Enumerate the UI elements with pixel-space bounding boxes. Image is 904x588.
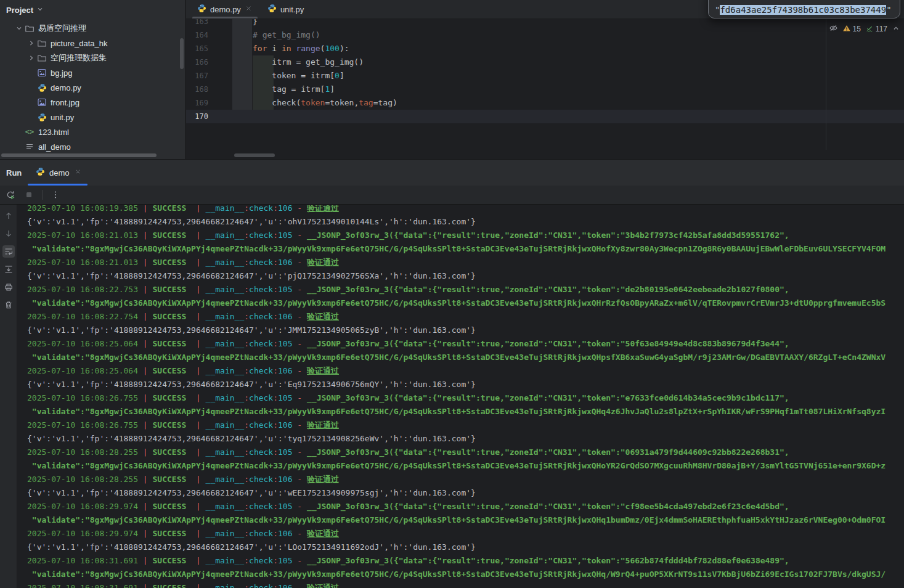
python-icon: [197, 4, 206, 15]
code-line-170: 170: [186, 110, 904, 123]
typos-count: 117: [876, 25, 887, 33]
tree-item-label: bg.jpg: [51, 68, 72, 78]
editor-tab-label: demo.py: [210, 5, 241, 14]
toolbar-separator: [42, 190, 43, 200]
python-icon: [37, 112, 47, 122]
console-line: {'v':'v1.1','fp':'41888912424753,2964668…: [27, 324, 904, 337]
tree-item-易盾空间推理[interactable]: 易盾空间推理: [0, 21, 185, 36]
project-vertical-scrollbar[interactable]: [180, 38, 184, 69]
console-line: {'v':'v1.1','fp':'41888912424753,2964668…: [27, 378, 904, 391]
line-number: 169: [186, 96, 208, 110]
console-line: 2025-07-10 16:08:31.691 | SUCCESS | __ma…: [27, 581, 904, 588]
tree-item-picture_data_hk[interactable]: picture_data_hk: [0, 36, 185, 51]
print-button[interactable]: [2, 281, 15, 293]
editor-tab-unit.py[interactable]: unit.py: [260, 0, 311, 18]
console-line: "validate":"8gxMgwjCs36ABQyKiWXApPYj4qme…: [27, 459, 904, 473]
console-line: "validate":"8gxMgwjCs36ABQyKiWXApPYj4qme…: [27, 351, 904, 364]
popup-selected-value: fd6a43ae25f74398b61c03c83be37449: [720, 5, 886, 15]
line-number: 170: [186, 110, 208, 123]
warnings-counter[interactable]: 15: [842, 24, 861, 35]
code-line-169: 169 check(token=token,tag=tag): [186, 96, 904, 110]
code-line-164: 164# get_bg_img(): [186, 28, 904, 42]
arrow-down-button[interactable]: [2, 227, 15, 240]
editor-area: 163}164# get_bg_img()165for i in range(1…: [186, 0, 904, 159]
value-preview-popup[interactable]: "fd6a43ae25f74398b61c03c83be37449": [708, 0, 900, 18]
tree-item-123.html[interactable]: <>123.html: [0, 125, 185, 139]
close-icon[interactable]: [245, 4, 253, 14]
run-panel-header: Run demo: [0, 160, 904, 186]
chevron-right-icon[interactable]: [26, 53, 37, 63]
console-line: 2025-07-10 16:08:25.064 | SUCCESS | __ma…: [27, 337, 904, 351]
ide-window: Project 易盾空间推理picture_data_hk空间推理数据集bg.j…: [0, 0, 904, 588]
console-output[interactable]: 2025-07-10 16:08:19.385 | SUCCESS | __ma…: [18, 205, 904, 588]
folder-icon: [37, 38, 47, 48]
code-text: itrm = get_bg_img(): [253, 55, 364, 69]
textfile-icon: [25, 142, 35, 152]
typos-counter[interactable]: 117: [865, 24, 887, 35]
folder-icon: [25, 23, 35, 33]
console-line: 2025-07-10 16:08:19.385 | SUCCESS | __ma…: [27, 205, 904, 215]
run-tab-demo[interactable]: demo: [36, 160, 82, 186]
scroll-end-button[interactable]: [2, 263, 15, 276]
console-line: "validate":"8gxMgwjCs36ABQyKiWXApPYj4qme…: [27, 405, 904, 419]
more-button[interactable]: [50, 189, 61, 200]
chevron-right-icon[interactable]: [26, 38, 37, 48]
code-line-166: 166 itrm = get_bg_img(): [186, 55, 904, 69]
chevron-down-icon[interactable]: [14, 23, 25, 33]
console-line: "validate":"8gxMgwjCs36ABQyKiWXApPYj4qme…: [27, 513, 904, 527]
project-horizontal-scrollbar[interactable]: [1, 153, 157, 157]
stop-button[interactable]: [23, 189, 35, 200]
editor-tab-demo.py[interactable]: demo.py: [190, 0, 260, 18]
console-line: "validate":"8gxMgwjCs36ABQyKiWXApPYj4qme…: [27, 242, 904, 256]
tree-item-demo.py[interactable]: demo.py: [0, 80, 185, 95]
project-panel-title: Project: [6, 6, 33, 15]
line-number: 167: [186, 69, 208, 83]
rerun-button[interactable]: [5, 189, 16, 200]
console-line: 2025-07-10 16:08:26.755 | SUCCESS | __ma…: [27, 391, 904, 405]
console-line: 2025-07-10 16:08:26.755 | SUCCESS | __ma…: [27, 419, 904, 432]
arrow-up-button[interactable]: [2, 210, 15, 222]
python-icon: [36, 167, 45, 178]
code-text: token = itrm[0]: [253, 69, 344, 83]
run-panel: Run demo 2025-07-10 16:08:19.385 | SUCCE…: [0, 159, 904, 588]
image-icon: [37, 97, 47, 107]
tree-item-label: 123.html: [38, 128, 69, 137]
console-line: 2025-07-10 16:08:21.013 | SUCCESS | __ma…: [27, 229, 904, 242]
editor-tab-label: unit.py: [280, 5, 304, 14]
console-line: "validate":"8gxMgwjCs36ABQyKiWXApPYj4qme…: [27, 568, 904, 581]
tree-item-unit.py[interactable]: unit.py: [0, 110, 185, 125]
code-line-168: 168 tag = itrm[1]: [186, 83, 904, 96]
console-line: 2025-07-10 16:08:29.974 | SUCCESS | __ma…: [27, 527, 904, 541]
code-text: for i in range(100):: [253, 42, 349, 55]
line-number: 165: [186, 42, 208, 55]
tree-item-front.jpg[interactable]: front.jpg: [0, 95, 185, 110]
soft-wrap-button[interactable]: [2, 245, 15, 258]
clear-button[interactable]: [2, 299, 15, 311]
inspections-widget: 15 117: [829, 23, 901, 35]
python-icon: [37, 83, 47, 92]
folder-icon: [37, 53, 47, 63]
tree-item-all_demo[interactable]: all_demo: [0, 139, 185, 154]
tree-item-空间推理数据集[interactable]: 空间推理数据集: [0, 51, 185, 65]
console-line: {'v':'v1.1','fp':'41888912424753,2964668…: [27, 541, 904, 554]
project-panel: Project 易盾空间推理picture_data_hk空间推理数据集bg.j…: [0, 0, 185, 159]
tree-item-bg.jpg[interactable]: bg.jpg: [0, 65, 185, 80]
typo-check-icon: [865, 24, 874, 35]
highlighting-level-button[interactable]: [829, 23, 838, 35]
tree-item-label: picture_data_hk: [51, 39, 108, 48]
run-panel-title: Run: [6, 160, 22, 186]
code-editor[interactable]: 163}164# get_bg_img()165for i in range(1…: [186, 0, 904, 159]
console-line: "validate":"8gxMgwjCs36ABQyKiWXApPYj4qme…: [27, 296, 904, 310]
tree-item-label: all_demo: [38, 142, 71, 152]
close-icon[interactable]: [74, 168, 82, 178]
previous-problem-button[interactable]: [892, 24, 900, 35]
tree-item-label: unit.py: [51, 113, 74, 122]
warnings-count: 15: [853, 25, 861, 33]
project-panel-header[interactable]: Project: [0, 0, 185, 20]
code-text: # get_bg_img(): [253, 28, 320, 42]
image-icon: [37, 68, 47, 78]
code-text: tag = itrm[1]: [253, 83, 335, 96]
line-number: 164: [186, 28, 208, 42]
console-line: 2025-07-10 16:08:25.064 | SUCCESS | __ma…: [27, 364, 904, 378]
editor-horizontal-scrollbar[interactable]: [234, 153, 275, 157]
